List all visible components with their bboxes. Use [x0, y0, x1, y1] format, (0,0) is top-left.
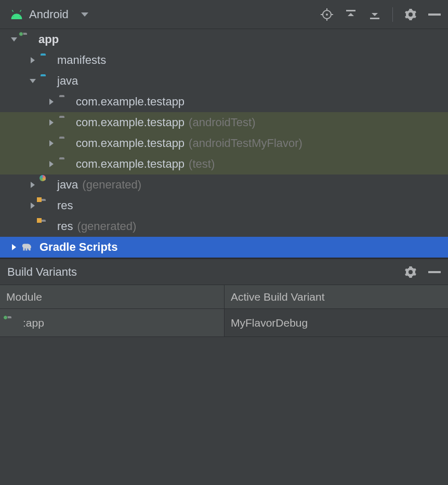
variant-cell[interactable]: MyFlavorDebug: [225, 309, 448, 336]
target-icon[interactable]: [321, 8, 333, 21]
android-icon: [9, 9, 24, 20]
folder-icon: [41, 76, 52, 86]
tree-item-label: res: [57, 220, 73, 233]
header-tools: [321, 7, 441, 22]
chevron-right-icon[interactable]: [47, 161, 56, 167]
tree-item-suffix: (androidTestMyFlavor): [189, 137, 302, 150]
tree-item[interactable]: res: [0, 195, 448, 216]
gear-icon[interactable]: [404, 266, 417, 278]
chevron-down-icon: [81, 12, 88, 17]
tree-item[interactable]: com.example.testapp(test): [0, 154, 448, 174]
tree-item[interactable]: manifests: [0, 50, 448, 71]
folder-lines-muted-icon: [41, 222, 52, 231]
chevron-down-icon[interactable]: [28, 79, 37, 83]
table-header-module: Module: [0, 285, 225, 308]
folder-green-dot-icon: [22, 35, 33, 44]
chevron-down-icon[interactable]: [9, 37, 19, 42]
project-tree: appmanifestsjavacom.example.testappcom.e…: [0, 29, 448, 259]
folder-lines-icon: [41, 201, 52, 210]
view-selector-label: Android: [29, 8, 69, 21]
tree-item-label: com.example.testapp: [76, 137, 185, 150]
table-header-variant: Active Build Variant: [225, 285, 448, 308]
variant-name: MyFlavorDebug: [231, 317, 308, 329]
tree-item-label: Gradle Scripts: [39, 240, 117, 254]
project-view-header: Android: [0, 0, 448, 29]
tree-item-suffix: (androidTest): [189, 116, 255, 129]
view-selector[interactable]: Android: [9, 8, 88, 21]
tree-item-label: res: [57, 199, 73, 212]
tree-item-label: com.example.testapp: [76, 157, 185, 171]
module-name: :app: [23, 317, 44, 329]
svg-rect-7: [370, 18, 379, 19]
tree-item-label: java: [57, 178, 78, 192]
chevron-right-icon[interactable]: [28, 203, 37, 209]
gear-icon[interactable]: [404, 8, 417, 21]
build-variants-tools: [404, 266, 441, 278]
build-variants-title: Build Variants: [7, 265, 77, 279]
folder-muted-icon: [59, 97, 71, 106]
folder-muted-icon: [59, 159, 71, 169]
divider: [392, 7, 393, 22]
tree-item[interactable]: app: [0, 29, 448, 50]
tree-item[interactable]: com.example.testapp(androidTestMyFlavor): [0, 133, 448, 154]
tree-item[interactable]: java(generated): [0, 174, 448, 195]
chevron-right-icon[interactable]: [47, 99, 56, 105]
tree-item-label: com.example.testapp: [76, 116, 185, 129]
folder-muted-icon: [59, 139, 71, 148]
build-variants-header: Build Variants: [0, 259, 448, 285]
minimize-icon[interactable]: [428, 271, 441, 273]
collapse-up-icon[interactable]: [345, 8, 357, 21]
tree-item-suffix: (generated): [77, 220, 137, 233]
chevron-right-icon[interactable]: [47, 119, 56, 126]
tree-item-label: app: [38, 33, 59, 46]
tree-item[interactable]: java: [0, 71, 448, 91]
chevron-right-icon[interactable]: [9, 244, 19, 250]
chevron-right-icon[interactable]: [28, 57, 37, 63]
table-row[interactable]: :app MyFlavorDebug: [0, 309, 448, 337]
collapse-down-icon[interactable]: [368, 8, 381, 21]
chevron-right-icon[interactable]: [47, 140, 56, 146]
column-label: Active Build Variant: [231, 291, 325, 303]
folder-muted-icon: [59, 118, 71, 127]
tree-item-label: manifests: [57, 53, 106, 67]
module-cell: :app: [0, 309, 225, 336]
tree-item[interactable]: res(generated): [0, 216, 448, 237]
elephant-icon: [22, 242, 35, 252]
svg-point-1: [326, 14, 328, 16]
tree-item-suffix: (test): [189, 157, 215, 171]
tree-item[interactable]: com.example.testapp: [0, 91, 448, 112]
tree-item-suffix: (generated): [82, 178, 141, 192]
tree-item-label: com.example.testapp: [76, 95, 185, 109]
tree-item[interactable]: com.example.testapp(androidTest): [0, 112, 448, 133]
svg-rect-6: [346, 10, 355, 11]
chevron-right-icon[interactable]: [28, 182, 37, 188]
column-label: Module: [6, 291, 42, 303]
tree-item-label: java: [57, 74, 78, 88]
folder-gen-icon: [41, 180, 52, 190]
tree-item[interactable]: Gradle Scripts: [0, 237, 448, 258]
build-variants-table-header: Module Active Build Variant: [0, 285, 448, 309]
minimize-icon[interactable]: [428, 14, 441, 16]
module-folder-icon: [6, 318, 18, 328]
folder-icon: [41, 56, 52, 65]
